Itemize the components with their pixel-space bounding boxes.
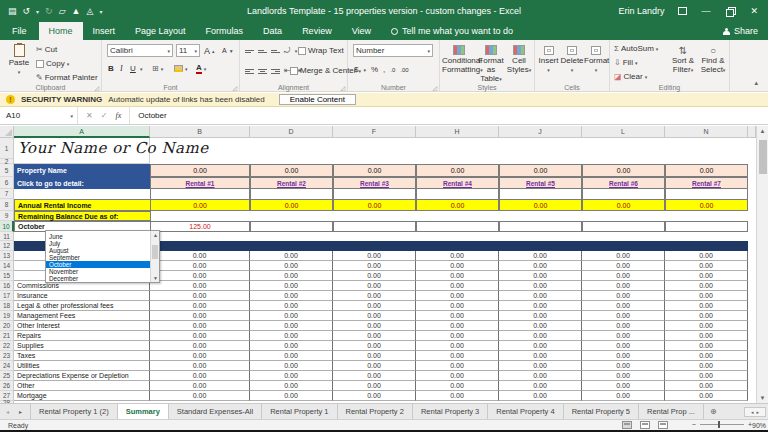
expense-value-cell[interactable]: 0.00 (499, 301, 582, 311)
normal-view-icon[interactable] (622, 421, 632, 429)
expense-value-cell[interactable]: 0.00 (665, 381, 748, 391)
paste-button[interactable]: Paste▾ (6, 44, 32, 77)
sort-filter-button[interactable]: ⇅ Sort &Filter▾ (668, 46, 698, 75)
autosum-button[interactable]: ΣAutoSum▾ (614, 44, 658, 53)
property-value-cell[interactable]: 0.00 (416, 164, 499, 177)
annual-value-cell[interactable]: 0.00 (250, 199, 333, 211)
expense-value-cell[interactable]: 0.00 (416, 321, 499, 331)
expense-value-cell[interactable]: 0.00 (250, 381, 333, 391)
rental-link-cell[interactable]: Rental #7 (665, 177, 748, 189)
expense-value-cell[interactable]: 0.00 (416, 331, 499, 341)
dropdown-scrollbar[interactable]: ▲▼ (150, 231, 159, 282)
column-header-J[interactable]: J (499, 126, 582, 138)
format-cells-button[interactable]: Format▾ (584, 46, 608, 75)
currency-button[interactable]: $ (354, 65, 358, 74)
ribbon-display-options-icon[interactable] (678, 7, 687, 15)
expense-value-cell[interactable]: 0.00 (150, 361, 250, 371)
format-painter-button[interactable]: ✎Format Painter (36, 73, 98, 82)
month-option-june[interactable]: June (46, 233, 151, 240)
expense-value-cell[interactable]: 0.00 (665, 291, 748, 301)
row-header-19[interactable]: 19 (0, 311, 14, 321)
save-icon[interactable]: ▤ (8, 6, 17, 16)
tab-review[interactable]: Review (292, 22, 342, 40)
expense-value-cell[interactable]: 0.00 (582, 381, 665, 391)
font-color-button[interactable]: A▾ (196, 64, 206, 74)
expense-label[interactable]: Supplies (14, 341, 150, 351)
empty-cell[interactable] (499, 189, 582, 199)
expense-value-cell[interactable]: 0.00 (582, 331, 665, 341)
zoom-out-button[interactable]: − (692, 421, 696, 428)
expense-value-cell[interactable]: 0.00 (333, 251, 416, 261)
annual-value-cell[interactable]: 0.00 (582, 199, 665, 211)
sheet-tab-rental-property-3[interactable]: Rental Property 3 (413, 404, 488, 419)
remaining-balance-label[interactable]: Remaining Balance Due as of: (14, 211, 151, 221)
expense-value-cell[interactable]: 0.00 (150, 251, 250, 261)
expense-value-cell[interactable]: 0.00 (416, 391, 499, 401)
sheet-tab-summary[interactable]: Summary (118, 404, 169, 419)
number-dialog-launcher[interactable]: ◿ (432, 84, 437, 91)
name-box-dropdown-icon[interactable]: ▾ (70, 113, 73, 119)
expense-value-cell[interactable]: 0.00 (499, 251, 582, 261)
font-family-select[interactable]: Calibri▾ (107, 44, 173, 57)
expense-value-cell[interactable]: 0.00 (333, 301, 416, 311)
column-header-A[interactable]: A (14, 126, 150, 138)
alignment-dialog-launcher[interactable]: ◿ (340, 84, 345, 91)
rental-link[interactable]: Rental #5 (526, 180, 555, 187)
row-header-9[interactable]: 9 (0, 211, 14, 221)
expense-value-cell[interactable]: 0.00 (665, 281, 748, 291)
horizontal-scrollbar-stub[interactable]: ◂▸ (744, 407, 766, 417)
rental-link[interactable]: Rental #4 (443, 180, 472, 187)
expense-value-cell[interactable]: 0.00 (665, 341, 748, 351)
month-option-october[interactable]: October (46, 261, 151, 268)
property-value-cell[interactable]: 0.00 (250, 164, 333, 177)
expense-value-cell[interactable]: 0.00 (416, 301, 499, 311)
expense-value-cell[interactable]: 0.00 (416, 311, 499, 321)
month-option-august[interactable]: August (46, 247, 151, 254)
expense-value-cell[interactable]: 0.00 (416, 341, 499, 351)
format-as-table-button[interactable]: Format asTable▾ (476, 45, 506, 84)
expense-value-cell[interactable]: 0.00 (665, 351, 748, 361)
expense-value-cell[interactable]: 0.00 (499, 291, 582, 301)
orientation-icon[interactable]: ⤾ (284, 46, 291, 56)
row-header-7[interactable]: 7 (0, 189, 14, 199)
zoom-slider-thumb[interactable] (718, 421, 720, 428)
align-top-icon[interactable] (245, 49, 254, 53)
number-format-select[interactable]: Number▾ (353, 44, 433, 57)
copy-button[interactable]: Copy▾ (36, 59, 69, 68)
expense-value-cell[interactable]: 0.00 (499, 381, 582, 391)
expense-value-cell[interactable]: 0.00 (250, 281, 333, 291)
grow-font-button[interactable]: A▴ (204, 46, 215, 56)
undo-dropdown-icon[interactable]: ▾ (36, 8, 39, 15)
expense-label[interactable]: Other Interest (14, 321, 150, 331)
vertical-scrollbar-thumb[interactable] (759, 140, 767, 174)
expense-value-cell[interactable]: 0.00 (150, 391, 250, 401)
expense-value-cell[interactable]: 0.00 (150, 311, 250, 321)
column-header-F[interactable]: F (333, 126, 416, 138)
expense-value-cell[interactable]: 0.00 (333, 281, 416, 291)
property-name-label[interactable]: Property Name (14, 164, 150, 177)
rental-link[interactable]: Rental #3 (360, 180, 389, 187)
expense-value-cell[interactable]: 0.00 (250, 371, 333, 381)
month-option-july[interactable]: July (46, 240, 151, 247)
expense-value-cell[interactable]: 0.00 (250, 391, 333, 401)
row-header-23[interactable]: 23 (0, 351, 14, 361)
month-option-december[interactable]: December (46, 275, 151, 282)
annual-value-cell[interactable]: 0.00 (150, 199, 250, 211)
column-header-partial[interactable] (748, 126, 756, 138)
row-header-18[interactable]: 18 (0, 301, 14, 311)
expense-label[interactable]: Utilities (14, 361, 150, 371)
select-all-corner[interactable] (0, 126, 14, 138)
expense-value-cell[interactable]: 0.00 (150, 291, 250, 301)
row-header-5[interactable]: 5 (0, 164, 14, 177)
enter-entry-icon[interactable]: ✓ (101, 111, 108, 120)
tab-scroll-right-icon[interactable]: ▸ (19, 408, 22, 415)
empty-cell[interactable] (416, 221, 499, 232)
tab-home[interactable]: Home (39, 22, 83, 40)
tab-formulas[interactable]: Formulas (196, 22, 254, 40)
expense-value-cell[interactable]: 0.00 (150, 351, 250, 361)
cut-button[interactable]: ✂Cut (36, 45, 57, 54)
expense-value-cell[interactable]: 0.00 (582, 301, 665, 311)
row-header-20[interactable]: 20 (0, 321, 14, 331)
zoom-percentage[interactable]: 90% (752, 422, 766, 429)
expense-value-cell[interactable]: 0.00 (150, 331, 250, 341)
